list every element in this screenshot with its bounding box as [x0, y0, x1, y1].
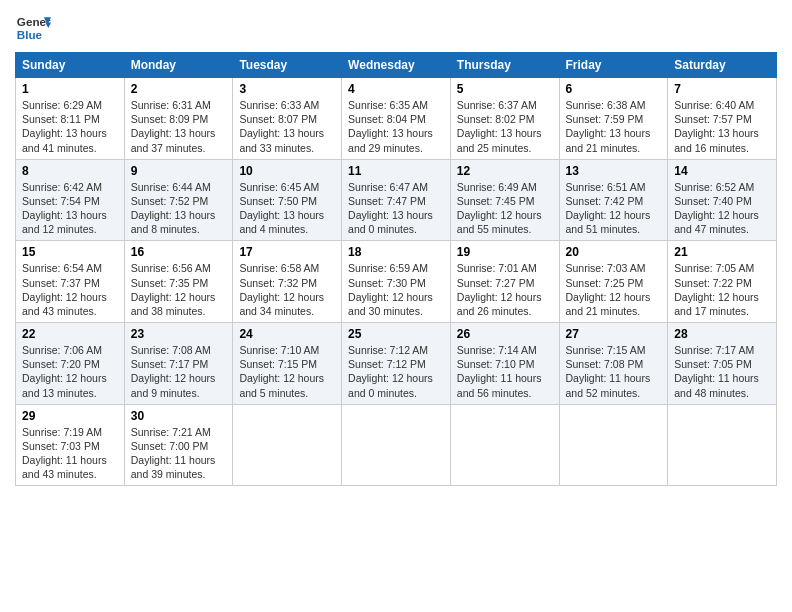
calendar-cell: 18Sunrise: 6:59 AM Sunset: 7:30 PM Dayli…	[342, 241, 451, 323]
weekday-header-sunday: Sunday	[16, 53, 125, 78]
day-info: Sunrise: 6:44 AM Sunset: 7:52 PM Dayligh…	[131, 180, 227, 237]
calendar-cell: 10Sunrise: 6:45 AM Sunset: 7:50 PM Dayli…	[233, 159, 342, 241]
day-number: 21	[674, 245, 770, 259]
day-info: Sunrise: 7:12 AM Sunset: 7:12 PM Dayligh…	[348, 343, 444, 400]
weekday-header-saturday: Saturday	[668, 53, 777, 78]
calendar-cell: 24Sunrise: 7:10 AM Sunset: 7:15 PM Dayli…	[233, 323, 342, 405]
day-info: Sunrise: 6:37 AM Sunset: 8:02 PM Dayligh…	[457, 98, 553, 155]
svg-text:General: General	[17, 15, 51, 28]
calendar-cell: 13Sunrise: 6:51 AM Sunset: 7:42 PM Dayli…	[559, 159, 668, 241]
day-info: Sunrise: 7:06 AM Sunset: 7:20 PM Dayligh…	[22, 343, 118, 400]
calendar-cell: 29Sunrise: 7:19 AM Sunset: 7:03 PM Dayli…	[16, 404, 125, 486]
day-number: 18	[348, 245, 444, 259]
day-number: 9	[131, 164, 227, 178]
calendar-cell: 14Sunrise: 6:52 AM Sunset: 7:40 PM Dayli…	[668, 159, 777, 241]
day-info: Sunrise: 6:42 AM Sunset: 7:54 PM Dayligh…	[22, 180, 118, 237]
calendar-cell: 1Sunrise: 6:29 AM Sunset: 8:11 PM Daylig…	[16, 78, 125, 160]
weekday-header-row: SundayMondayTuesdayWednesdayThursdayFrid…	[16, 53, 777, 78]
day-number: 30	[131, 409, 227, 423]
calendar-cell: 17Sunrise: 6:58 AM Sunset: 7:32 PM Dayli…	[233, 241, 342, 323]
day-info: Sunrise: 6:33 AM Sunset: 8:07 PM Dayligh…	[239, 98, 335, 155]
day-number: 5	[457, 82, 553, 96]
calendar-cell	[342, 404, 451, 486]
day-number: 12	[457, 164, 553, 178]
day-number: 29	[22, 409, 118, 423]
day-number: 24	[239, 327, 335, 341]
day-number: 3	[239, 82, 335, 96]
calendar-cell: 16Sunrise: 6:56 AM Sunset: 7:35 PM Dayli…	[124, 241, 233, 323]
calendar-cell: 7Sunrise: 6:40 AM Sunset: 7:57 PM Daylig…	[668, 78, 777, 160]
day-info: Sunrise: 6:58 AM Sunset: 7:32 PM Dayligh…	[239, 261, 335, 318]
day-info: Sunrise: 6:38 AM Sunset: 7:59 PM Dayligh…	[566, 98, 662, 155]
day-number: 28	[674, 327, 770, 341]
day-number: 13	[566, 164, 662, 178]
calendar-cell: 30Sunrise: 7:21 AM Sunset: 7:00 PM Dayli…	[124, 404, 233, 486]
day-info: Sunrise: 7:14 AM Sunset: 7:10 PM Dayligh…	[457, 343, 553, 400]
day-info: Sunrise: 6:51 AM Sunset: 7:42 PM Dayligh…	[566, 180, 662, 237]
day-info: Sunrise: 6:54 AM Sunset: 7:37 PM Dayligh…	[22, 261, 118, 318]
calendar-cell	[559, 404, 668, 486]
day-info: Sunrise: 6:45 AM Sunset: 7:50 PM Dayligh…	[239, 180, 335, 237]
day-info: Sunrise: 6:49 AM Sunset: 7:45 PM Dayligh…	[457, 180, 553, 237]
calendar-cell: 15Sunrise: 6:54 AM Sunset: 7:37 PM Dayli…	[16, 241, 125, 323]
page: General Blue SundayMondayTuesdayWednesda…	[0, 0, 792, 496]
calendar-week-5: 29Sunrise: 7:19 AM Sunset: 7:03 PM Dayli…	[16, 404, 777, 486]
day-number: 1	[22, 82, 118, 96]
calendar-table: SundayMondayTuesdayWednesdayThursdayFrid…	[15, 52, 777, 486]
calendar-week-1: 1Sunrise: 6:29 AM Sunset: 8:11 PM Daylig…	[16, 78, 777, 160]
calendar-cell: 12Sunrise: 6:49 AM Sunset: 7:45 PM Dayli…	[450, 159, 559, 241]
calendar-week-2: 8Sunrise: 6:42 AM Sunset: 7:54 PM Daylig…	[16, 159, 777, 241]
calendar-cell: 3Sunrise: 6:33 AM Sunset: 8:07 PM Daylig…	[233, 78, 342, 160]
day-info: Sunrise: 7:03 AM Sunset: 7:25 PM Dayligh…	[566, 261, 662, 318]
day-number: 2	[131, 82, 227, 96]
weekday-header-monday: Monday	[124, 53, 233, 78]
svg-text:Blue: Blue	[17, 28, 43, 41]
calendar-week-4: 22Sunrise: 7:06 AM Sunset: 7:20 PM Dayli…	[16, 323, 777, 405]
calendar-cell: 5Sunrise: 6:37 AM Sunset: 8:02 PM Daylig…	[450, 78, 559, 160]
calendar-body: 1Sunrise: 6:29 AM Sunset: 8:11 PM Daylig…	[16, 78, 777, 486]
weekday-header-tuesday: Tuesday	[233, 53, 342, 78]
weekday-header-friday: Friday	[559, 53, 668, 78]
calendar-cell	[450, 404, 559, 486]
day-info: Sunrise: 7:08 AM Sunset: 7:17 PM Dayligh…	[131, 343, 227, 400]
calendar-cell: 27Sunrise: 7:15 AM Sunset: 7:08 PM Dayli…	[559, 323, 668, 405]
day-info: Sunrise: 7:19 AM Sunset: 7:03 PM Dayligh…	[22, 425, 118, 482]
day-number: 6	[566, 82, 662, 96]
day-info: Sunrise: 6:47 AM Sunset: 7:47 PM Dayligh…	[348, 180, 444, 237]
day-info: Sunrise: 7:21 AM Sunset: 7:00 PM Dayligh…	[131, 425, 227, 482]
day-info: Sunrise: 6:59 AM Sunset: 7:30 PM Dayligh…	[348, 261, 444, 318]
header: General Blue	[15, 10, 777, 46]
day-number: 17	[239, 245, 335, 259]
day-info: Sunrise: 7:01 AM Sunset: 7:27 PM Dayligh…	[457, 261, 553, 318]
day-number: 23	[131, 327, 227, 341]
logo-icon: General Blue	[15, 10, 51, 46]
day-info: Sunrise: 7:05 AM Sunset: 7:22 PM Dayligh…	[674, 261, 770, 318]
day-number: 25	[348, 327, 444, 341]
weekday-header-wednesday: Wednesday	[342, 53, 451, 78]
day-number: 10	[239, 164, 335, 178]
calendar-cell: 22Sunrise: 7:06 AM Sunset: 7:20 PM Dayli…	[16, 323, 125, 405]
day-number: 14	[674, 164, 770, 178]
day-number: 7	[674, 82, 770, 96]
day-number: 16	[131, 245, 227, 259]
day-info: Sunrise: 6:31 AM Sunset: 8:09 PM Dayligh…	[131, 98, 227, 155]
day-number: 15	[22, 245, 118, 259]
day-number: 20	[566, 245, 662, 259]
logo: General Blue	[15, 10, 51, 46]
weekday-header-thursday: Thursday	[450, 53, 559, 78]
day-number: 27	[566, 327, 662, 341]
day-info: Sunrise: 6:56 AM Sunset: 7:35 PM Dayligh…	[131, 261, 227, 318]
calendar-cell	[233, 404, 342, 486]
day-number: 11	[348, 164, 444, 178]
day-number: 4	[348, 82, 444, 96]
day-number: 22	[22, 327, 118, 341]
day-info: Sunrise: 6:29 AM Sunset: 8:11 PM Dayligh…	[22, 98, 118, 155]
calendar-cell: 28Sunrise: 7:17 AM Sunset: 7:05 PM Dayli…	[668, 323, 777, 405]
day-number: 26	[457, 327, 553, 341]
calendar-week-3: 15Sunrise: 6:54 AM Sunset: 7:37 PM Dayli…	[16, 241, 777, 323]
calendar-cell: 19Sunrise: 7:01 AM Sunset: 7:27 PM Dayli…	[450, 241, 559, 323]
calendar-cell: 2Sunrise: 6:31 AM Sunset: 8:09 PM Daylig…	[124, 78, 233, 160]
day-number: 19	[457, 245, 553, 259]
calendar-cell: 21Sunrise: 7:05 AM Sunset: 7:22 PM Dayli…	[668, 241, 777, 323]
calendar-cell	[668, 404, 777, 486]
